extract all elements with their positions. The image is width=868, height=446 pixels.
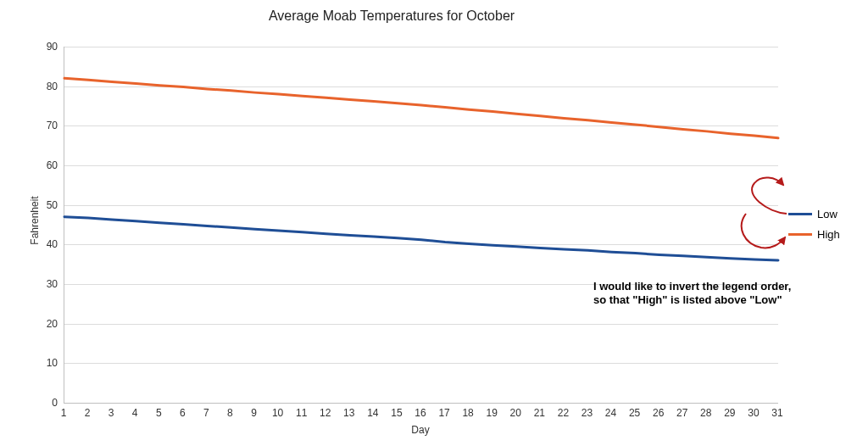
x-tick-label: 9 — [246, 407, 263, 419]
chart-lines — [64, 47, 778, 403]
x-tick-label: 23 — [578, 407, 595, 419]
plot-area — [64, 47, 778, 404]
x-tick-label: 16 — [412, 407, 429, 419]
y-tick-label: 10 — [32, 357, 58, 369]
x-tick-label: 24 — [603, 407, 620, 419]
x-tick-label: 10 — [270, 407, 287, 419]
y-tick-label: 70 — [32, 120, 58, 131]
legend-label: Low — [817, 208, 837, 220]
x-axis-label: Day — [64, 424, 777, 436]
x-tick-label: 4 — [126, 407, 143, 419]
x-tick-label: 5 — [150, 407, 167, 419]
x-tick-label: 15 — [388, 407, 405, 419]
series-line-low — [64, 217, 778, 260]
y-tick-label: 30 — [32, 278, 58, 290]
x-tick-label: 8 — [221, 407, 238, 419]
chart-title: Average Moab Temperatures for October — [0, 8, 783, 24]
x-tick-label: 26 — [650, 407, 667, 419]
y-tick-label: 20 — [32, 318, 58, 330]
x-tick-label: 20 — [507, 407, 524, 419]
annotation-line-2: so that "High" is listed above "Low" — [593, 293, 791, 307]
y-tick-label: 40 — [32, 238, 58, 250]
legend-item-high: High — [788, 224, 840, 244]
x-tick-label: 22 — [554, 407, 571, 419]
x-tick-label: 28 — [698, 407, 715, 419]
x-tick-label: 17 — [436, 407, 453, 419]
x-tick-label: 14 — [364, 407, 381, 419]
x-tick-label: 2 — [79, 407, 96, 419]
y-tick-label: 50 — [32, 199, 58, 211]
x-tick-label: 19 — [483, 407, 500, 419]
x-tick-label: 30 — [745, 407, 762, 419]
chart-container: Average Moab Temperatures for October Fa… — [0, 0, 868, 446]
y-tick-label: 80 — [32, 81, 58, 92]
x-tick-label: 1 — [55, 407, 72, 419]
legend-item-low: Low — [788, 203, 840, 224]
x-tick-label: 12 — [317, 407, 334, 419]
x-tick-label: 3 — [103, 407, 120, 419]
annotation-text: I would like to invert the legend order,… — [593, 280, 791, 308]
x-tick-label: 27 — [674, 407, 691, 419]
legend-swatch — [788, 233, 812, 236]
legend: LowHigh — [788, 203, 840, 244]
y-tick-label: 90 — [32, 41, 58, 53]
x-tick-label: 29 — [721, 407, 738, 419]
x-tick-label: 7 — [198, 407, 214, 419]
legend-label: High — [817, 228, 840, 241]
x-tick-label: 11 — [293, 407, 310, 419]
annotation-line-1: I would like to invert the legend order, — [593, 280, 791, 293]
x-tick-label: 13 — [341, 407, 358, 419]
x-tick-label: 21 — [531, 407, 548, 419]
y-tick-label: 0 — [32, 397, 58, 409]
x-tick-label: 25 — [626, 407, 643, 419]
x-tick-label: 18 — [459, 407, 476, 419]
y-tick-label: 60 — [32, 159, 58, 171]
legend-swatch — [788, 213, 812, 215]
series-line-high — [64, 78, 778, 137]
x-tick-label: 6 — [174, 407, 191, 419]
x-tick-label: 31 — [769, 407, 786, 419]
